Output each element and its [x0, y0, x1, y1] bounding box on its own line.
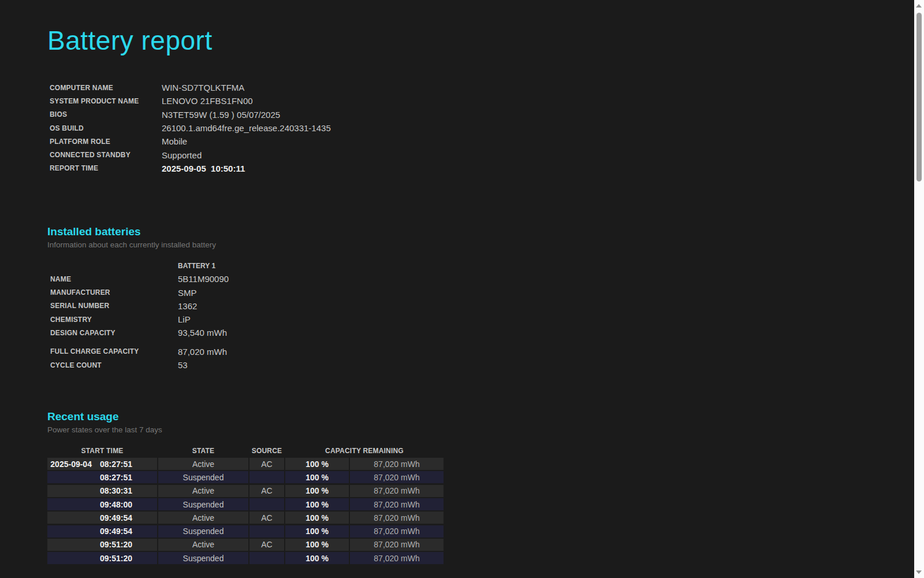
battery-row: DESIGN CAPACITY93,540 mWh	[47, 326, 914, 339]
recent-usage-table-header: START TIME STATE SOURCE CAPACITY REMAINI…	[47, 445, 445, 457]
table-row: 09:51:20ActiveAC100 %87,020 mWh	[47, 539, 445, 551]
table-row: 08:27:51Suspended100 %87,020 mWh	[47, 471, 445, 483]
cell-capacity-percent: 100 %	[285, 485, 349, 497]
vertical-scrollbar[interactable]	[914, 0, 924, 578]
cell-start-time: 09:51:20	[47, 552, 157, 564]
cell-source	[249, 498, 284, 510]
info-label: PLATFORM ROLE	[47, 138, 162, 146]
cell-capacity-percent: 100 %	[285, 471, 349, 483]
battery-row-value: 93,540 mWh	[178, 328, 227, 338]
cell-capacity-percent: 100 %	[285, 498, 349, 510]
cell-start-time: 08:30:31	[47, 485, 157, 497]
column-header-state: STATE	[158, 447, 248, 455]
cell-source	[249, 552, 284, 564]
battery-row-label: SERIAL NUMBER	[47, 302, 178, 310]
cell-capacity-mwh: 87,020 mWh	[350, 539, 444, 551]
table-row: 09:48:00Suspended100 %87,020 mWh	[47, 498, 445, 510]
cell-start-time: 09:49:54	[47, 525, 157, 538]
info-row: CONNECTED STANDBYSupported	[47, 148, 914, 161]
battery-row: MANUFACTURERSMP	[47, 286, 914, 299]
battery-row: NAME5B11M90090	[47, 272, 914, 286]
cell-capacity-mwh: 87,020 mWh	[350, 512, 444, 524]
battery-report-page: Battery report COMPUTER NAMEWIN-SD7TQLKT…	[0, 0, 914, 578]
info-label: REPORT TIME	[47, 164, 162, 172]
cell-capacity-mwh: 87,020 mWh	[350, 498, 444, 510]
cell-capacity-mwh: 87,020 mWh	[350, 458, 444, 470]
table-row: 2025-09-0408:27:51ActiveAC100 %87,020 mW…	[47, 458, 445, 470]
info-value: 2025-09-05 10:50:11	[162, 164, 245, 173]
cell-state: Suspended	[158, 471, 248, 483]
scrollbar-up-arrow-icon[interactable]	[916, 4, 922, 8]
page-title: Battery report	[47, 24, 914, 57]
cell-source: AC	[249, 485, 284, 497]
battery-rows: NAME5B11M90090MANUFACTURERSMPSERIAL NUMB…	[47, 272, 914, 372]
cell-state: Suspended	[158, 525, 248, 538]
cell-capacity-percent: 100 %	[285, 552, 349, 564]
battery-row: CHEMISTRYLiP	[47, 313, 914, 326]
info-row: SYSTEM PRODUCT NAMELENOVO 21FBS1FN00	[47, 94, 914, 108]
info-label: BIOS	[47, 110, 162, 118]
info-value: WIN-SD7TQLKTFMA	[162, 83, 244, 92]
column-header-start-time: START TIME	[47, 447, 157, 455]
info-row: OS BUILD26100.1.amd64fre.ge_release.2403…	[47, 121, 914, 135]
cell-capacity-percent: 100 %	[285, 512, 349, 524]
installed-batteries-section: Installed batteries Information about ea…	[47, 225, 914, 372]
start-time: 09:49:54	[100, 527, 132, 536]
cell-start-time: 09:51:20	[47, 539, 157, 551]
battery-row-value: 53	[178, 360, 188, 370]
cell-start-time: 2025-09-0408:27:51	[47, 458, 157, 470]
cell-source: AC	[249, 458, 284, 470]
battery-row-value: 87,020 mWh	[178, 347, 227, 357]
cell-start-time: 08:27:51	[47, 471, 157, 483]
battery-table: BATTERY 1 NAME5B11M90090MANUFACTURERSMPS…	[47, 259, 914, 372]
cell-state: Active	[158, 512, 248, 524]
start-date: 2025-09-04	[50, 460, 92, 469]
info-value: Supported	[162, 150, 202, 160]
info-label: OS BUILD	[47, 124, 162, 132]
cell-capacity-percent: 100 %	[285, 458, 349, 470]
scrollbar-down-arrow-icon[interactable]	[916, 570, 922, 574]
table-row: 09:51:20Suspended100 %87,020 mWh	[47, 552, 445, 564]
cell-state: Active	[158, 539, 248, 551]
battery-row-label: FULL CHARGE CAPACITY	[47, 347, 178, 355]
table-row: 08:30:31ActiveAC100 %87,020 mWh	[47, 485, 445, 497]
info-value: Mobile	[162, 136, 187, 146]
battery-column-header: BATTERY 1	[47, 259, 914, 272]
battery-row-label: MANUFACTURER	[47, 288, 178, 297]
start-time: 09:51:20	[100, 554, 132, 563]
start-time: 09:48:00	[100, 500, 132, 509]
recent-usage-table-body: 2025-09-0408:27:51ActiveAC100 %87,020 mW…	[47, 458, 445, 564]
info-value: 26100.1.amd64fre.ge_release.240331-1435	[162, 123, 331, 133]
battery-row-value: LiP	[178, 314, 191, 324]
recent-usage-subtitle: Power states over the last 7 days	[47, 425, 914, 434]
column-header-capacity-remaining: CAPACITY REMAINING	[285, 447, 444, 455]
battery-row-label: NAME	[47, 275, 178, 283]
start-time: 08:27:51	[100, 473, 132, 482]
system-info: COMPUTER NAMEWIN-SD7TQLKTFMASYSTEM PRODU…	[47, 81, 914, 175]
column-header-source: SOURCE	[249, 447, 284, 455]
info-row: COMPUTER NAMEWIN-SD7TQLKTFMA	[47, 81, 914, 94]
battery-row-label: CYCLE COUNT	[47, 361, 178, 369]
table-row: 09:49:54ActiveAC100 %87,020 mWh	[47, 512, 445, 524]
info-row: REPORT TIME2025-09-05 10:50:11	[47, 162, 914, 175]
recent-usage-table: START TIME STATE SOURCE CAPACITY REMAINI…	[47, 445, 445, 564]
cell-source: AC	[249, 512, 284, 524]
scrollbar-thumb[interactable]	[916, 13, 922, 181]
cell-capacity-mwh: 87,020 mWh	[350, 471, 444, 483]
installed-batteries-heading: Installed batteries	[47, 225, 914, 239]
cell-capacity-percent: 100 %	[285, 539, 349, 551]
battery-row-value: 1362	[178, 301, 197, 311]
recent-usage-section: Recent usage Power states over the last …	[47, 410, 914, 564]
battery-row: FULL CHARGE CAPACITY87,020 mWh	[47, 345, 914, 358]
start-time: 08:30:31	[100, 486, 132, 495]
cell-start-time: 09:49:54	[47, 512, 157, 524]
info-row: PLATFORM ROLEMobile	[47, 135, 914, 148]
battery-row: CYCLE COUNT53	[47, 358, 914, 372]
installed-batteries-subtitle: Information about each currently install…	[47, 240, 914, 249]
cell-source: AC	[249, 539, 284, 551]
cell-capacity-mwh: 87,020 mWh	[350, 485, 444, 497]
cell-source	[249, 471, 284, 483]
info-label: CONNECTED STANDBY	[47, 151, 162, 159]
battery-row-label: CHEMISTRY	[47, 316, 178, 324]
battery-row-value: 5B11M90090	[178, 274, 229, 284]
